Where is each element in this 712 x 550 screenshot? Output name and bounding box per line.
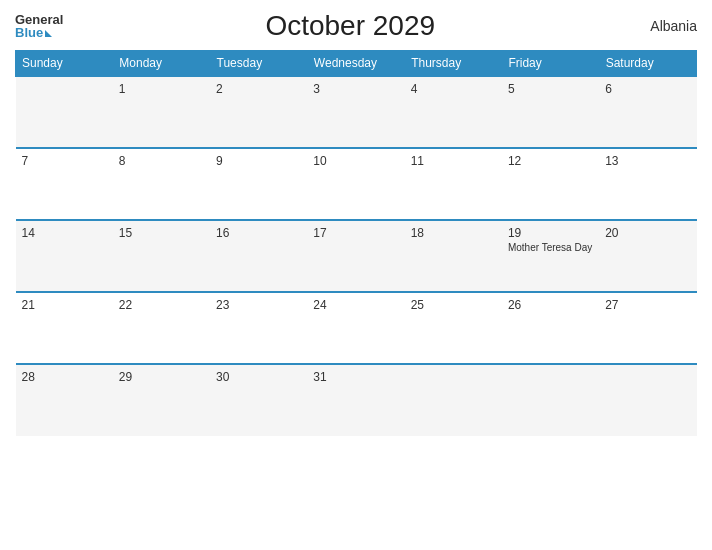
header-friday: Friday <box>502 51 599 77</box>
header-thursday: Thursday <box>405 51 502 77</box>
country-label: Albania <box>637 18 697 34</box>
calendar-week-row: 141516171819Mother Teresa Day20 <box>16 220 697 292</box>
day-number: 18 <box>411 226 496 240</box>
header-tuesday: Tuesday <box>210 51 307 77</box>
day-number: 11 <box>411 154 496 168</box>
calendar-week-row: 78910111213 <box>16 148 697 220</box>
calendar-cell: 11 <box>405 148 502 220</box>
day-number: 20 <box>605 226 690 240</box>
day-number: 10 <box>313 154 398 168</box>
logo-triangle-icon <box>45 30 52 37</box>
calendar-cell: 13 <box>599 148 696 220</box>
header-saturday: Saturday <box>599 51 696 77</box>
day-number: 3 <box>313 82 398 96</box>
day-number: 8 <box>119 154 204 168</box>
calendar-cell: 20 <box>599 220 696 292</box>
day-number: 5 <box>508 82 593 96</box>
day-number: 12 <box>508 154 593 168</box>
logo: General Blue <box>15 13 63 39</box>
day-number: 14 <box>22 226 107 240</box>
calendar-cell: 6 <box>599 76 696 148</box>
calendar-cell: 18 <box>405 220 502 292</box>
calendar-cell: 26 <box>502 292 599 364</box>
calendar-cell <box>16 76 113 148</box>
calendar-week-row: 28293031 <box>16 364 697 436</box>
calendar-title: October 2029 <box>63 10 637 42</box>
calendar-cell: 22 <box>113 292 210 364</box>
calendar-cell: 2 <box>210 76 307 148</box>
day-number: 6 <box>605 82 690 96</box>
day-number: 23 <box>216 298 301 312</box>
calendar-cell <box>599 364 696 436</box>
day-number: 16 <box>216 226 301 240</box>
day-number: 25 <box>411 298 496 312</box>
day-number: 29 <box>119 370 204 384</box>
day-number: 15 <box>119 226 204 240</box>
calendar-cell: 19Mother Teresa Day <box>502 220 599 292</box>
day-number: 9 <box>216 154 301 168</box>
calendar-cell: 17 <box>307 220 404 292</box>
calendar-cell: 15 <box>113 220 210 292</box>
calendar-cell: 14 <box>16 220 113 292</box>
calendar-cell: 29 <box>113 364 210 436</box>
calendar-week-row: 21222324252627 <box>16 292 697 364</box>
day-number: 30 <box>216 370 301 384</box>
day-number: 2 <box>216 82 301 96</box>
day-number: 13 <box>605 154 690 168</box>
calendar-cell: 1 <box>113 76 210 148</box>
holiday-label: Mother Teresa Day <box>508 242 593 253</box>
day-number: 21 <box>22 298 107 312</box>
calendar-cell: 21 <box>16 292 113 364</box>
day-number: 17 <box>313 226 398 240</box>
day-number: 28 <box>22 370 107 384</box>
calendar-page: General Blue October 2029 Albania Sunday… <box>0 0 712 550</box>
calendar-cell: 30 <box>210 364 307 436</box>
header-wednesday: Wednesday <box>307 51 404 77</box>
calendar-cell <box>405 364 502 436</box>
day-number: 7 <box>22 154 107 168</box>
day-number: 4 <box>411 82 496 96</box>
calendar-cell: 16 <box>210 220 307 292</box>
calendar-cell: 4 <box>405 76 502 148</box>
calendar-cell: 28 <box>16 364 113 436</box>
calendar-cell: 31 <box>307 364 404 436</box>
day-number: 22 <box>119 298 204 312</box>
day-number: 27 <box>605 298 690 312</box>
calendar-cell: 7 <box>16 148 113 220</box>
calendar-cell: 10 <box>307 148 404 220</box>
header: General Blue October 2029 Albania <box>15 10 697 42</box>
header-monday: Monday <box>113 51 210 77</box>
weekday-header-row: Sunday Monday Tuesday Wednesday Thursday… <box>16 51 697 77</box>
day-number: 31 <box>313 370 398 384</box>
calendar-cell: 8 <box>113 148 210 220</box>
day-number: 24 <box>313 298 398 312</box>
calendar-week-row: 123456 <box>16 76 697 148</box>
calendar-table: Sunday Monday Tuesday Wednesday Thursday… <box>15 50 697 436</box>
day-number: 26 <box>508 298 593 312</box>
calendar-cell: 9 <box>210 148 307 220</box>
calendar-cell: 3 <box>307 76 404 148</box>
calendar-cell: 12 <box>502 148 599 220</box>
calendar-cell: 25 <box>405 292 502 364</box>
logo-blue-text: Blue <box>15 26 43 39</box>
calendar-cell <box>502 364 599 436</box>
calendar-cell: 24 <box>307 292 404 364</box>
calendar-cell: 5 <box>502 76 599 148</box>
calendar-cell: 27 <box>599 292 696 364</box>
header-sunday: Sunday <box>16 51 113 77</box>
day-number: 1 <box>119 82 204 96</box>
calendar-cell: 23 <box>210 292 307 364</box>
logo-blue-row: Blue <box>15 26 52 39</box>
day-number: 19 <box>508 226 593 240</box>
